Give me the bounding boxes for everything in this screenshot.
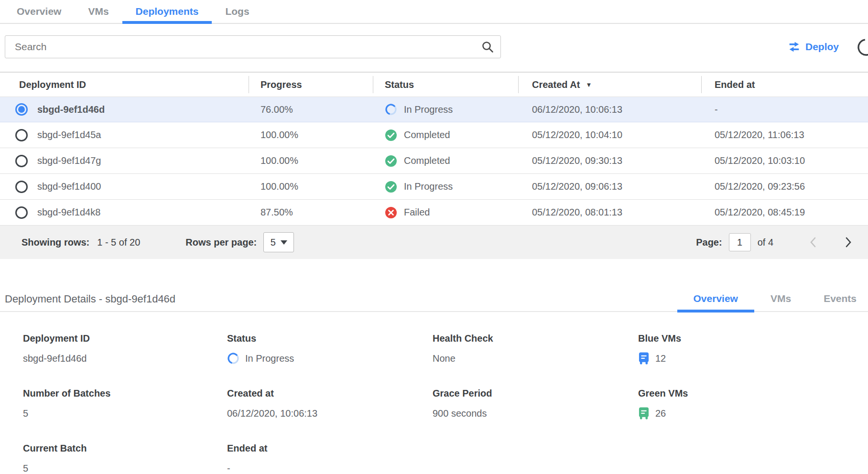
error-circle-icon (385, 206, 397, 219)
ended-at-value: 05/12/2020, 09:23:56 (701, 181, 868, 192)
column-header-ended-at: Ended at (701, 73, 868, 97)
rows-per-page-select[interactable]: 5 (263, 232, 294, 252)
tab-vms[interactable]: VMs (75, 0, 122, 23)
created-at-value: 06/12/2020, 10:06:13 (518, 104, 701, 115)
column-header-created-at[interactable]: Created At ▼ (518, 73, 701, 97)
detail-field: Health CheckNone (433, 333, 638, 365)
details-tab-bar: OverviewVMsEvents (677, 286, 868, 312)
next-page-button[interactable] (842, 236, 854, 248)
deployment-details-header: Deployment Details - sbgd-9ef1d46d Overv… (0, 287, 868, 312)
search-icon (481, 40, 494, 54)
detail-field-value: 900 seconds (433, 408, 487, 419)
vm-server-icon (638, 352, 650, 365)
table-row[interactable]: sbgd-9ef1d46d76.00%In Progress06/12/2020… (0, 97, 868, 122)
details-tab-events[interactable]: Events (807, 286, 868, 312)
column-header-deployment-id: Deployment ID (0, 73, 249, 97)
ended-at-value: 05/12/2020, 08:45:19 (701, 207, 868, 218)
detail-field: Ended at- (227, 443, 433, 474)
progress-value: 100.00% (249, 155, 373, 166)
status-text: In Progress (404, 181, 453, 192)
ended-at-value: 05/12/2020, 11:06:13 (701, 129, 868, 140)
search-box (5, 35, 501, 58)
status-text: In Progress (404, 104, 453, 115)
detail-field-label: Grace Period (433, 388, 638, 399)
dropdown-caret-icon (281, 240, 287, 245)
detail-field-label: Status (227, 333, 433, 344)
detail-field-value: 26 (655, 408, 666, 419)
table-footer: Showing rows: 1 - 5 of 20 Rows per page:… (0, 226, 868, 259)
progress-value: 100.00% (249, 129, 373, 140)
radio-button[interactable] (15, 129, 28, 141)
radio-button[interactable] (15, 181, 28, 193)
detail-field-label: Ended at (227, 443, 433, 454)
detail-field-label: Current Batch (23, 443, 227, 454)
detail-field: Blue VMs12 (638, 333, 868, 365)
deployment-details-grid: Deployment IDsbgd-9ef1d46dStatusIn Progr… (0, 312, 868, 474)
in-progress-spinner-icon (227, 352, 239, 365)
column-header-status: Status (373, 73, 518, 97)
deployment-id: sbgd-9ef1d400 (37, 181, 101, 192)
progress-value: 76.00% (249, 104, 373, 115)
page-total-label: of 4 (758, 237, 773, 248)
tab-logs[interactable]: Logs (212, 0, 262, 23)
detail-field: Current Batch5 (23, 443, 227, 474)
status-text: Failed (404, 207, 430, 218)
progress-value: 87.50% (249, 207, 373, 218)
vm-server-icon (638, 407, 650, 420)
deployment-id: sbgd-9ef1d45a (37, 129, 101, 140)
detail-field: Grace Period900 seconds (433, 388, 638, 420)
swap-arrows-deploy-icon (788, 41, 801, 53)
deployment-id: sbgd-9ef1d47g (37, 155, 101, 166)
table-body: sbgd-9ef1d46d76.00%In Progress06/12/2020… (0, 97, 868, 226)
previous-page-button[interactable] (808, 236, 819, 248)
showing-rows-value: 1 - 5 of 20 (97, 237, 140, 248)
created-at-value: 05/12/2020, 09:30:13 (518, 155, 701, 166)
check-circle-icon (385, 181, 397, 193)
detail-field-label: Health Check (433, 333, 638, 344)
column-header-progress: Progress (249, 73, 373, 97)
ended-at-value: - (701, 104, 868, 115)
detail-field-value: sbgd-9ef1d46d (23, 353, 87, 364)
detail-field-value: 12 (655, 353, 666, 364)
check-circle-icon (385, 155, 397, 167)
detail-field-label: Deployment ID (23, 333, 227, 344)
deployment-id: sbgd-9ef1d46d (37, 104, 105, 115)
table-row[interactable]: sbgd-9ef1d45a100.00%Completed05/12/2020,… (0, 122, 868, 148)
deploy-button[interactable]: Deploy (788, 35, 839, 58)
deploy-button-label: Deploy (805, 41, 839, 53)
detail-field-label: Green VMs (638, 388, 868, 399)
sort-descending-icon: ▼ (586, 81, 592, 88)
page-number-input[interactable] (729, 233, 751, 251)
radio-button[interactable] (15, 103, 28, 116)
search-input[interactable] (5, 35, 501, 58)
progress-value: 100.00% (249, 181, 373, 192)
detail-field-label: Created at (227, 388, 433, 399)
deployments-table: Deployment ID Progress Status Created At… (0, 72, 868, 259)
deployment-id: sbgd-9ef1d4k8 (37, 207, 100, 218)
table-header-row: Deployment ID Progress Status Created At… (0, 73, 868, 97)
radio-button[interactable] (15, 155, 28, 167)
radio-button[interactable] (15, 206, 28, 219)
ended-at-value: 05/12/2020, 10:03:10 (701, 155, 868, 166)
top-tab-bar: OverviewVMsDeploymentsLogs (0, 0, 868, 24)
status-text: Completed (404, 129, 450, 140)
detail-field: StatusIn Progress (227, 333, 433, 365)
refresh-icon[interactable] (857, 38, 868, 57)
detail-field: Deployment IDsbgd-9ef1d46d (23, 333, 227, 365)
detail-field: Created at06/12/2020, 10:06:13 (227, 388, 433, 420)
page-label: Page: (696, 237, 722, 248)
detail-field-value: 5 (23, 463, 28, 474)
tab-deployments[interactable]: Deployments (122, 0, 212, 23)
tab-overview[interactable]: Overview (3, 0, 75, 23)
created-at-value: 05/12/2020, 09:06:13 (518, 181, 701, 192)
detail-field: Number of Batches5 (23, 388, 227, 420)
table-row[interactable]: sbgd-9ef1d400100.00%In Progress05/12/202… (0, 174, 868, 200)
table-row[interactable]: sbgd-9ef1d47g100.00%Completed05/12/2020,… (0, 148, 868, 174)
detail-field-label: Number of Batches (23, 388, 227, 399)
detail-field-value: 06/12/2020, 10:06:13 (227, 408, 317, 419)
details-tab-overview[interactable]: Overview (677, 286, 754, 312)
created-at-value: 05/12/2020, 08:01:13 (518, 207, 701, 218)
showing-rows-label: Showing rows: (22, 237, 89, 248)
details-tab-vms[interactable]: VMs (754, 286, 807, 312)
table-row[interactable]: sbgd-9ef1d4k887.50%Failed05/12/2020, 08:… (0, 200, 868, 226)
